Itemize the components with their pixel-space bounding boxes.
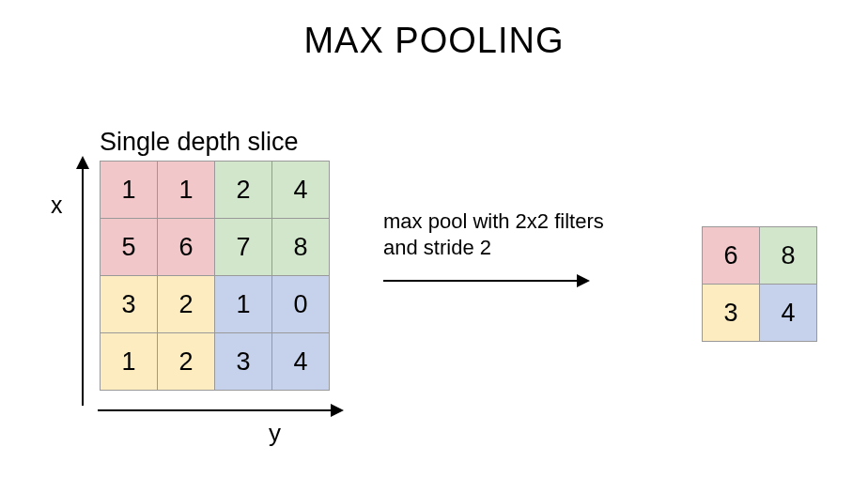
- input-cell: 6: [158, 219, 215, 276]
- output-cell: 4: [760, 285, 817, 342]
- input-cell: 7: [215, 219, 272, 276]
- slice-subtitle: Single depth slice: [100, 128, 299, 157]
- input-cell: 4: [272, 333, 330, 391]
- output-grid: 6 8 3 4: [702, 226, 817, 342]
- axis-x-label: x: [51, 192, 63, 219]
- operation-line1: max pool with 2x2 filters: [383, 208, 604, 235]
- input-cell: 2: [215, 162, 272, 219]
- axis-y-label: y: [269, 419, 281, 448]
- input-cell: 3: [215, 333, 272, 391]
- axis-y-arrow-icon: [98, 409, 342, 411]
- input-cell: 8: [272, 219, 330, 276]
- input-cell: 1: [158, 162, 215, 219]
- operation-arrow-icon: [383, 280, 588, 282]
- input-cell: 3: [101, 276, 158, 333]
- diagram-title: MAX POOLING: [0, 21, 868, 61]
- axis-x-arrow-icon: [82, 158, 84, 406]
- input-cell: 4: [272, 162, 330, 219]
- input-cell: 5: [101, 219, 158, 276]
- input-cell: 1: [215, 276, 272, 333]
- input-cell: 2: [158, 276, 215, 333]
- output-cell: 6: [703, 227, 760, 285]
- operation-label: max pool with 2x2 filters and stride 2: [383, 208, 604, 260]
- output-cell: 3: [703, 285, 760, 342]
- operation-line2: and stride 2: [383, 235, 604, 261]
- input-grid: 1 1 2 4 5 6 7 8 3 2 1 0 1 2 3 4: [100, 161, 330, 391]
- output-cell: 8: [760, 227, 817, 285]
- input-cell: 1: [101, 162, 158, 219]
- input-cell: 0: [272, 276, 330, 333]
- input-cell: 1: [101, 333, 158, 391]
- input-cell: 2: [158, 333, 215, 391]
